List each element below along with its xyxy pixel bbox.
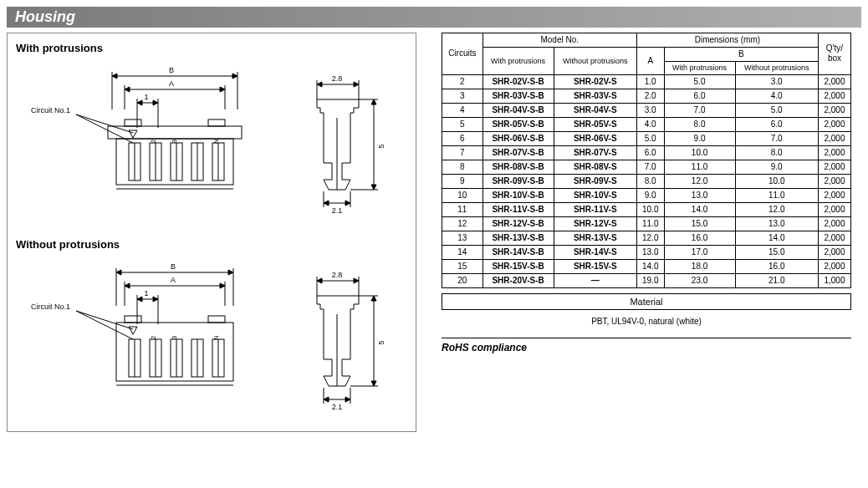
svg-marker-105 [371, 296, 376, 301]
svg-text:3: 3 [171, 139, 178, 143]
svg-text:A: A [171, 276, 176, 284]
heading-without-protrusions: Without protrusions [16, 238, 407, 251]
table-row: 11SHR-11V-S-BSHR-11V-S10.014.012.02,000 [442, 202, 851, 216]
svg-marker-100 [354, 278, 359, 283]
svg-text:N: N [212, 335, 220, 340]
svg-marker-9 [220, 87, 225, 92]
svg-text:1: 1 [144, 289, 148, 297]
svg-marker-8 [125, 87, 130, 92]
svg-text:2.1: 2.1 [332, 403, 343, 411]
spec-table: Circuits Model No. Dimensions (mm) Q'ty/… [442, 33, 851, 288]
svg-marker-62 [116, 270, 121, 275]
svg-marker-14 [153, 100, 158, 105]
svg-text:2: 2 [150, 335, 157, 339]
svg-marker-73 [153, 297, 158, 302]
heading-with-protrusions: With protrusions [16, 42, 407, 54]
svg-line-32 [76, 114, 133, 143]
svg-text:2.8: 2.8 [332, 271, 343, 279]
svg-marker-68 [220, 283, 225, 288]
section-title: Housing [7, 7, 861, 28]
table-row: 15SHR-15V-S-BSHR-15V-S14.018.016.02,000 [442, 259, 851, 273]
th-b-without: Without protrusions [735, 62, 818, 75]
svg-rect-15 [108, 126, 242, 139]
svg-marker-63 [228, 270, 233, 275]
th-circuits: Circuits [442, 33, 483, 75]
svg-text:B: B [169, 66, 174, 74]
table-row: 3SHR-03V-S-BSHR-03V-S2.06.04.02,000 [442, 89, 851, 103]
rohs-compliance: RoHS compliance [442, 338, 851, 353]
svg-marker-42 [354, 82, 359, 87]
th-qty: Q'ty/ box [818, 33, 850, 75]
svg-marker-67 [125, 283, 130, 288]
svg-marker-52 [324, 201, 329, 206]
svg-text:B: B [171, 262, 176, 271]
svg-marker-47 [371, 99, 376, 104]
table-row: 12SHR-12V-S-BSHR-12V-S11.015.013.02,000 [442, 216, 851, 231]
th-without: Without protrusions [554, 48, 636, 75]
table-row: 20SHR-20V-S-B—19.023.021.01,000 [442, 273, 851, 287]
svg-text:Circuit No.1: Circuit No.1 [31, 106, 70, 114]
svg-marker-106 [371, 381, 376, 386]
svg-marker-72 [137, 297, 142, 302]
drawing-front-with: B A 1 Circuit No.1 2 3 N [24, 59, 267, 226]
th-a: A [636, 48, 664, 75]
drawings-panel: With protrusions [7, 33, 416, 432]
drawing-side-without: 2.8 5 2.1 [300, 256, 392, 423]
svg-marker-53 [345, 201, 350, 206]
svg-rect-18 [208, 119, 225, 126]
table-row: 5SHR-05V-S-BSHR-05V-S4.08.06.02,000 [442, 117, 851, 131]
svg-text:Circuit No.1: Circuit No.1 [31, 302, 70, 311]
svg-rect-76 [208, 316, 225, 323]
svg-rect-75 [125, 316, 141, 323]
svg-marker-3 [112, 74, 117, 79]
table-row: 7SHR-07V-S-BSHR-07V-S6.010.08.02,000 [442, 145, 851, 160]
table-row: 9SHR-09V-S-BSHR-09V-S8.012.010.02,000 [442, 174, 851, 188]
th-model: Model No. [483, 33, 636, 48]
svg-marker-48 [371, 185, 376, 190]
svg-marker-13 [137, 100, 142, 105]
table-row: 14SHR-14V-S-BSHR-14V-S13.017.015.02,000 [442, 245, 851, 259]
svg-line-90 [76, 311, 133, 339]
svg-rect-16 [116, 139, 233, 185]
drawing-side-with: 2.8 5 2.1 [300, 59, 392, 226]
svg-text:2.8: 2.8 [332, 74, 343, 83]
th-with: With protrusions [483, 48, 554, 75]
th-b-with: With protrusions [664, 62, 735, 75]
material-heading: Material [442, 293, 851, 310]
svg-marker-41 [317, 82, 322, 87]
svg-rect-74 [116, 323, 233, 381]
table-row: 8SHR-08V-S-BSHR-08V-S7.011.09.02,000 [442, 160, 851, 174]
svg-text:2: 2 [150, 139, 157, 143]
svg-text:5: 5 [377, 144, 385, 148]
th-b: B [664, 48, 818, 62]
svg-rect-17 [125, 119, 141, 126]
svg-text:1: 1 [144, 93, 148, 101]
table-row: 13SHR-13V-S-BSHR-13V-S12.016.014.02,000 [442, 231, 851, 245]
svg-marker-111 [345, 397, 350, 402]
svg-text:2.1: 2.1 [332, 206, 343, 215]
drawing-front-without: B A 1 Circuit No.1 2 3 N [24, 256, 267, 423]
svg-text:5: 5 [377, 340, 385, 344]
material-text: PBT, UL94V-0, natural (white) [442, 317, 851, 326]
th-dims: Dimensions (mm) [636, 33, 818, 48]
svg-text:N: N [212, 139, 220, 144]
svg-marker-110 [324, 397, 329, 402]
svg-marker-4 [232, 74, 237, 79]
table-row: 10SHR-10V-S-BSHR-10V-S9.013.011.02,000 [442, 188, 851, 202]
table-row: 4SHR-04V-S-BSHR-04V-S3.07.05.02,000 [442, 103, 851, 117]
svg-marker-99 [317, 278, 322, 283]
svg-text:A: A [169, 79, 174, 88]
svg-text:3: 3 [171, 335, 178, 339]
table-row: 6SHR-06V-S-BSHR-06V-S5.09.07.02,000 [442, 131, 851, 145]
table-row: 2SHR-02V-S-BSHR-02V-S1.05.03.02,000 [442, 74, 851, 89]
